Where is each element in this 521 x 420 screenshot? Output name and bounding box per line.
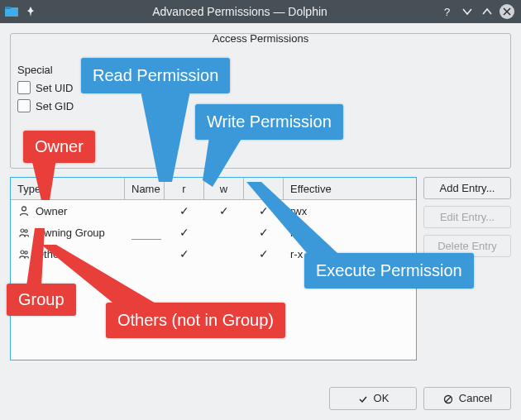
effective-label: rwx [290, 205, 307, 217]
check-icon: ✓ [259, 205, 269, 217]
check-icon: ✓ [259, 248, 269, 260]
pin-icon[interactable] [23, 4, 38, 19]
minimize-button[interactable] [458, 2, 476, 21]
svg-line-9 [446, 397, 451, 402]
group-icon [17, 247, 31, 260]
cancel-icon [442, 394, 454, 405]
th-name[interactable]: Name [125, 178, 165, 199]
special-label: Special [17, 64, 504, 76]
checkbox-icon [17, 81, 31, 94]
svg-point-6 [21, 251, 24, 254]
close-icon [499, 4, 514, 19]
check-icon: ✓ [179, 205, 189, 217]
titlebar: Advanced Permissions — Dolphin ? [0, 0, 521, 23]
window-title: Advanced Permissions — Dolphin [43, 5, 437, 18]
th-effective[interactable]: Effective [284, 178, 416, 199]
table-row[interactable]: Owner ✓ ✓ ✓ rwx [11, 200, 416, 222]
check-icon: ✓ [259, 227, 269, 238]
th-r[interactable]: r [165, 178, 204, 199]
checkbox-label: Set GID [36, 100, 74, 112]
delete-entry-button: Delete Entry [423, 235, 511, 257]
table-body: Owner ✓ ✓ ✓ rwx Owning Group [11, 200, 416, 265]
dialog-body: Access Permissions Special Set UID Set G… [0, 23, 521, 420]
cancel-button[interactable]: Cancel [423, 387, 511, 410]
table-row[interactable]: Owning Group ✓ ✓ r-x [11, 222, 416, 243]
th-w[interactable]: w [204, 178, 244, 199]
check-icon: ✓ [179, 248, 189, 260]
app-icon [5, 5, 18, 18]
acl-table[interactable]: Type Name r w x Effective Owner [10, 177, 417, 360]
button-label: OK [374, 392, 390, 404]
set-uid-checkbox[interactable]: Set UID [17, 81, 504, 94]
ok-button[interactable]: OK [329, 387, 417, 410]
effective-label: r-x [290, 227, 303, 239]
th-x[interactable]: x [244, 178, 284, 199]
type-label: Others [36, 248, 68, 260]
groupbox-title: Access Permissions [11, 32, 510, 45]
check-icon: ✓ [219, 205, 229, 217]
type-label: Owner [36, 205, 67, 217]
svg-point-7 [25, 251, 27, 254]
svg-point-4 [21, 229, 24, 232]
type-label: Owning Group [36, 227, 105, 239]
th-type[interactable]: Type [11, 178, 125, 199]
dialog-buttons: OK Cancel [329, 387, 511, 410]
group-icon [17, 226, 31, 239]
maximize-button[interactable] [478, 2, 496, 21]
set-gid-checkbox[interactable]: Set GID [17, 99, 504, 112]
close-button[interactable] [498, 2, 516, 21]
svg-point-5 [25, 230, 27, 232]
table-header: Type Name r w x Effective [11, 178, 416, 200]
svg-rect-1 [5, 7, 11, 9]
checkbox-label: Set UID [36, 82, 74, 94]
side-buttons: Add Entry... Edit Entry... Delete Entry [423, 177, 511, 360]
button-label: Cancel [459, 392, 492, 404]
help-button[interactable]: ? [438, 2, 456, 21]
check-icon [357, 394, 369, 405]
add-entry-button[interactable]: Add Entry... [423, 177, 511, 199]
check-icon: ✓ [179, 227, 189, 238]
table-row[interactable]: Others ✓ ✓ r-x [11, 243, 416, 265]
name-edit-underline[interactable] [131, 226, 161, 240]
access-permissions-group: Access Permissions Special Set UID Set G… [10, 33, 511, 169]
edit-entry-button: Edit Entry... [423, 206, 511, 228]
effective-label: r-x [290, 248, 303, 260]
checkbox-icon [17, 99, 31, 112]
acl-section: Type Name r w x Effective Owner [10, 177, 511, 360]
user-icon [17, 204, 31, 217]
svg-text:?: ? [444, 6, 450, 17]
svg-point-3 [22, 207, 26, 211]
